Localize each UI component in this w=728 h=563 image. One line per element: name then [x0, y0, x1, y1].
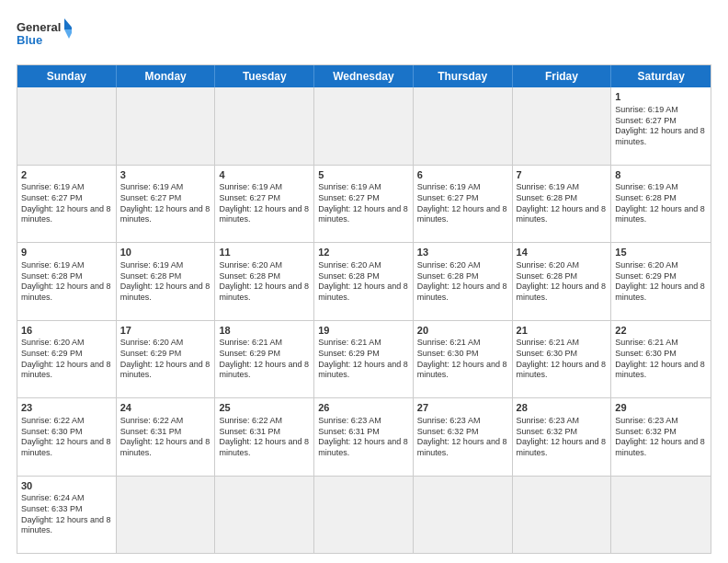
day-info: Sunrise: 6:21 AMSunset: 6:30 PMDaylight:… — [517, 338, 608, 381]
day-number: 18 — [219, 324, 310, 338]
day-number: 17 — [120, 324, 211, 338]
week-row-2: 2Sunrise: 6:19 AMSunset: 6:27 PMDaylight… — [17, 165, 711, 243]
week-row-1: 1Sunrise: 6:19 AMSunset: 6:27 PMDaylight… — [17, 87, 711, 165]
day-cell-18: 18Sunrise: 6:21 AMSunset: 6:29 PMDayligh… — [215, 321, 314, 398]
empty-cell — [215, 87, 314, 165]
day-number: 27 — [417, 401, 508, 415]
day-info: Sunrise: 6:21 AMSunset: 6:30 PMDaylight:… — [417, 338, 508, 381]
day-number: 2 — [21, 168, 112, 182]
day-cell-11: 11Sunrise: 6:20 AMSunset: 6:28 PMDayligh… — [215, 243, 314, 320]
day-cell-6: 6Sunrise: 6:19 AMSunset: 6:27 PMDaylight… — [414, 166, 513, 243]
day-info: Sunrise: 6:24 AMSunset: 6:33 PMDaylight:… — [21, 493, 112, 536]
week-row-5: 23Sunrise: 6:22 AMSunset: 6:30 PMDayligh… — [17, 397, 711, 476]
day-number: 12 — [318, 246, 409, 259]
day-info: Sunrise: 6:20 AMSunset: 6:28 PMDaylight:… — [417, 260, 508, 304]
calendar: Sunday Monday Tuesday Wednesday Thursday… — [17, 64, 711, 554]
day-cell-10: 10Sunrise: 6:19 AMSunset: 6:28 PMDayligh… — [117, 243, 216, 320]
day-number: 16 — [21, 324, 112, 338]
day-info: Sunrise: 6:22 AMSunset: 6:31 PMDaylight:… — [219, 416, 310, 459]
day-number: 20 — [417, 324, 508, 338]
empty-cell — [314, 477, 414, 554]
day-info: Sunrise: 6:20 AMSunset: 6:29 PMDaylight:… — [21, 338, 112, 381]
header: General Blue — [17, 17, 711, 55]
day-info: Sunrise: 6:20 AMSunset: 6:28 PMDaylight:… — [219, 260, 310, 304]
day-cell-28: 28Sunrise: 6:23 AMSunset: 6:32 PMDayligh… — [513, 398, 612, 476]
day-info: Sunrise: 6:19 AMSunset: 6:27 PMDaylight:… — [21, 182, 112, 225]
day-info: Sunrise: 6:21 AMSunset: 6:29 PMDaylight:… — [318, 338, 409, 381]
day-cell-26: 26Sunrise: 6:23 AMSunset: 6:31 PMDayligh… — [314, 398, 414, 476]
day-number: 24 — [120, 401, 211, 415]
day-cell-4: 4Sunrise: 6:19 AMSunset: 6:27 PMDaylight… — [215, 166, 314, 243]
day-info: Sunrise: 6:19 AMSunset: 6:27 PMDaylight:… — [615, 105, 707, 148]
header-wednesday: Wednesday — [314, 65, 414, 87]
day-cell-14: 14Sunrise: 6:20 AMSunset: 6:28 PMDayligh… — [513, 243, 612, 320]
day-number: 6 — [417, 168, 508, 182]
day-number: 30 — [21, 479, 112, 493]
day-number: 22 — [615, 324, 707, 338]
day-cell-2: 2Sunrise: 6:19 AMSunset: 6:27 PMDaylight… — [17, 166, 117, 243]
header-sunday: Sunday — [17, 65, 117, 87]
empty-cell — [117, 477, 216, 554]
day-number: 9 — [21, 246, 112, 259]
header-monday: Monday — [117, 65, 216, 87]
day-cell-1: 1Sunrise: 6:19 AMSunset: 6:27 PMDaylight… — [611, 87, 711, 165]
day-cell-21: 21Sunrise: 6:21 AMSunset: 6:30 PMDayligh… — [513, 321, 612, 398]
day-cell-13: 13Sunrise: 6:20 AMSunset: 6:28 PMDayligh… — [414, 243, 513, 320]
day-number: 21 — [517, 324, 608, 338]
day-number: 1 — [615, 90, 707, 104]
day-cell-19: 19Sunrise: 6:21 AMSunset: 6:29 PMDayligh… — [314, 321, 414, 398]
day-number: 8 — [615, 168, 707, 182]
day-cell-20: 20Sunrise: 6:21 AMSunset: 6:30 PMDayligh… — [414, 321, 513, 398]
day-number: 23 — [21, 401, 112, 415]
day-info: Sunrise: 6:22 AMSunset: 6:30 PMDaylight:… — [21, 416, 112, 459]
day-info: Sunrise: 6:19 AMSunset: 6:28 PMDaylight:… — [120, 260, 211, 304]
day-cell-27: 27Sunrise: 6:23 AMSunset: 6:32 PMDayligh… — [414, 398, 513, 476]
header-friday: Friday — [513, 65, 612, 87]
day-info: Sunrise: 6:19 AMSunset: 6:28 PMDaylight:… — [21, 260, 112, 304]
day-cell-22: 22Sunrise: 6:21 AMSunset: 6:30 PMDayligh… — [611, 321, 711, 398]
day-info: Sunrise: 6:21 AMSunset: 6:30 PMDaylight:… — [615, 338, 707, 381]
day-info: Sunrise: 6:19 AMSunset: 6:28 PMDaylight:… — [615, 182, 707, 225]
logo: General Blue — [17, 17, 72, 55]
day-number: 4 — [219, 168, 310, 182]
empty-cell — [117, 87, 216, 165]
day-info: Sunrise: 6:21 AMSunset: 6:29 PMDaylight:… — [219, 338, 310, 381]
day-info: Sunrise: 6:19 AMSunset: 6:27 PMDaylight:… — [120, 182, 211, 225]
day-info: Sunrise: 6:19 AMSunset: 6:27 PMDaylight:… — [318, 182, 409, 225]
day-number: 10 — [120, 246, 211, 259]
empty-cell — [414, 87, 513, 165]
day-info: Sunrise: 6:20 AMSunset: 6:28 PMDaylight:… — [517, 260, 608, 304]
empty-cell — [17, 87, 117, 165]
day-cell-29: 29Sunrise: 6:23 AMSunset: 6:32 PMDayligh… — [611, 398, 711, 476]
day-cell-25: 25Sunrise: 6:22 AMSunset: 6:31 PMDayligh… — [215, 398, 314, 476]
day-info: Sunrise: 6:19 AMSunset: 6:27 PMDaylight:… — [219, 182, 310, 225]
svg-marker-2 — [64, 18, 72, 29]
day-info: Sunrise: 6:19 AMSunset: 6:28 PMDaylight:… — [517, 182, 608, 225]
day-number: 26 — [318, 401, 409, 415]
day-cell-12: 12Sunrise: 6:20 AMSunset: 6:28 PMDayligh… — [314, 243, 414, 320]
header-saturday: Saturday — [611, 65, 711, 87]
header-thursday: Thursday — [414, 65, 513, 87]
empty-cell — [513, 477, 612, 554]
day-cell-7: 7Sunrise: 6:19 AMSunset: 6:28 PMDaylight… — [513, 166, 612, 243]
day-info: Sunrise: 6:20 AMSunset: 6:29 PMDaylight:… — [120, 338, 211, 381]
day-number: 5 — [318, 168, 409, 182]
day-info: Sunrise: 6:20 AMSunset: 6:28 PMDaylight:… — [318, 260, 409, 304]
day-info: Sunrise: 6:23 AMSunset: 6:32 PMDaylight:… — [615, 416, 707, 459]
logo-svg: General Blue — [17, 17, 72, 55]
day-number: 25 — [219, 401, 310, 415]
day-cell-30: 30Sunrise: 6:24 AMSunset: 6:33 PMDayligh… — [17, 477, 117, 554]
calendar-body: 1Sunrise: 6:19 AMSunset: 6:27 PMDaylight… — [17, 87, 711, 553]
empty-cell — [414, 477, 513, 554]
day-info: Sunrise: 6:19 AMSunset: 6:27 PMDaylight:… — [417, 182, 508, 225]
day-cell-15: 15Sunrise: 6:20 AMSunset: 6:29 PMDayligh… — [611, 243, 711, 320]
day-cell-8: 8Sunrise: 6:19 AMSunset: 6:28 PMDaylight… — [611, 166, 711, 243]
header-tuesday: Tuesday — [215, 65, 314, 87]
day-info: Sunrise: 6:23 AMSunset: 6:32 PMDaylight:… — [517, 416, 608, 459]
week-row-6: 30Sunrise: 6:24 AMSunset: 6:33 PMDayligh… — [17, 476, 711, 554]
day-cell-23: 23Sunrise: 6:22 AMSunset: 6:30 PMDayligh… — [17, 398, 117, 476]
empty-cell — [611, 477, 711, 554]
day-info: Sunrise: 6:20 AMSunset: 6:29 PMDaylight:… — [615, 260, 707, 304]
day-info: Sunrise: 6:23 AMSunset: 6:31 PMDaylight:… — [318, 416, 409, 459]
calendar-header: Sunday Monday Tuesday Wednesday Thursday… — [17, 65, 711, 87]
